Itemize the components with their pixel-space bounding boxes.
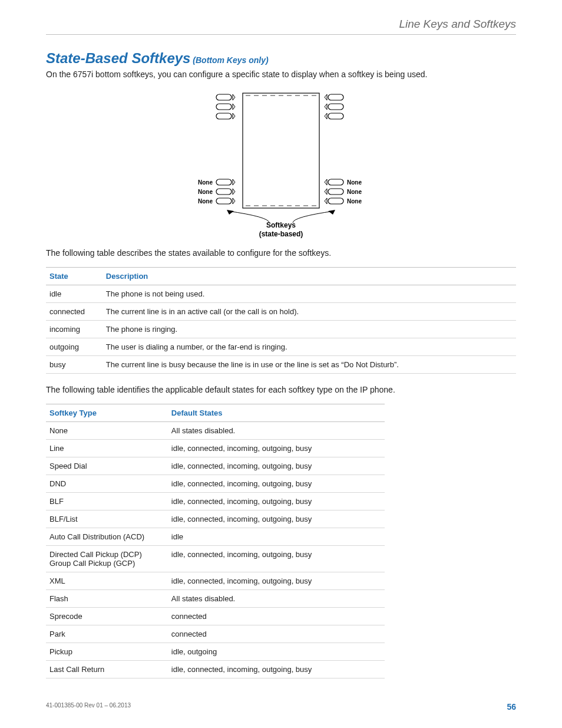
softkey-button-icon xyxy=(325,113,343,119)
table-row: BLF/Listidle, connected, incoming, outgo… xyxy=(46,510,385,528)
types-table: Softkey Type Default States NoneAll stat… xyxy=(46,404,385,678)
page-header: Line Keys and Softkeys xyxy=(46,18,516,35)
softkey-label: None xyxy=(347,179,362,186)
table-row: Auto Call Distribution (ACD)idle xyxy=(46,528,385,545)
softkey-button-icon: None xyxy=(198,179,235,186)
table-row: busyThe current line is busy because the… xyxy=(46,355,516,373)
table-row: BLFidle, connected, incoming, outgoing, … xyxy=(46,492,385,510)
title-sub: (Bottom Keys only) xyxy=(190,55,268,65)
softkey-button-icon xyxy=(325,94,343,100)
table-row: FlashAll states disabled. xyxy=(46,589,385,607)
softkey-button-icon xyxy=(325,104,343,110)
states-intro: The following table describes the states… xyxy=(46,248,516,259)
diagram-caption-line1: Softkeys xyxy=(266,221,296,229)
table-row: DNDidle, connected, incoming, outgoing, … xyxy=(46,475,385,492)
table-row: Directed Call Pickup (DCP) Group Call Pi… xyxy=(46,545,385,572)
svg-marker-15 xyxy=(328,210,335,215)
table-row: incomingThe phone is ringing. xyxy=(46,320,516,338)
softkey-label: None xyxy=(198,198,213,205)
table-row: outgoingThe user is dialing a number, or… xyxy=(46,338,516,355)
softkey-label: None xyxy=(347,189,362,195)
softkey-button-icon: None xyxy=(198,189,235,195)
svg-rect-3 xyxy=(328,94,343,100)
svg-rect-10 xyxy=(216,198,232,204)
screen-outline xyxy=(243,93,319,208)
table-header: State xyxy=(46,267,103,285)
svg-rect-2 xyxy=(216,113,232,119)
states-table: State Description idleThe phone is not b… xyxy=(46,267,516,374)
footer-page-number: 56 xyxy=(507,702,516,711)
table-row: Sprecodeconnected xyxy=(46,607,385,625)
softkey-button-icon xyxy=(216,113,235,119)
svg-rect-1 xyxy=(216,104,232,110)
table-row: XMLidle, connected, incoming, outgoing, … xyxy=(46,572,385,589)
diagram-caption-line2: (state-based) xyxy=(259,230,303,238)
title-main: State-Based Softkeys xyxy=(46,50,190,66)
softkey-button-icon: None xyxy=(325,189,362,195)
table-header: Description xyxy=(103,267,516,285)
softkey-button-icon: None xyxy=(198,198,235,205)
svg-rect-9 xyxy=(216,189,232,195)
footer-docid: 41-001385-00 Rev 01 – 06.2013 xyxy=(46,702,131,711)
svg-rect-13 xyxy=(328,198,343,204)
softkey-button-icon: None xyxy=(325,179,362,186)
phone-diagram: None None None None xyxy=(46,88,516,242)
section-title: State-Based Softkeys (Bottom Keys only) xyxy=(46,50,516,67)
softkey-button-icon: None xyxy=(325,198,362,205)
table-row: NoneAll states disabled. xyxy=(46,421,385,439)
svg-rect-0 xyxy=(216,94,232,100)
table-row: Last Call Returnidle, connected, incomin… xyxy=(46,660,385,678)
svg-rect-4 xyxy=(328,104,343,110)
table-row: idleThe phone is not being used. xyxy=(46,285,516,302)
softkey-label: None xyxy=(198,189,213,195)
softkey-button-icon xyxy=(216,104,235,110)
types-intro: The following table identifies the appli… xyxy=(46,384,516,396)
table-header: Softkey Type xyxy=(46,404,168,421)
svg-rect-12 xyxy=(328,189,343,195)
table-row: connectedThe current line is in an activ… xyxy=(46,302,516,320)
table-row: Pickupidle, outgoing xyxy=(46,643,385,660)
svg-marker-14 xyxy=(227,210,234,215)
intro-paragraph: On the 6757i bottom softkeys, you can co… xyxy=(46,69,516,80)
softkey-label: None xyxy=(198,179,213,186)
page-footer: 41-001385-00 Rev 01 – 06.2013 56 xyxy=(46,702,516,711)
svg-rect-11 xyxy=(328,179,343,185)
table-row: Speed Dialidle, connected, incoming, out… xyxy=(46,457,385,475)
svg-rect-5 xyxy=(328,113,343,119)
svg-rect-8 xyxy=(216,179,232,185)
table-header: Default States xyxy=(168,404,385,421)
softkey-label: None xyxy=(347,198,362,205)
softkey-button-icon xyxy=(216,94,235,100)
table-row: Lineidle, connected, incoming, outgoing,… xyxy=(46,439,385,457)
table-row: Parkconnected xyxy=(46,625,385,643)
